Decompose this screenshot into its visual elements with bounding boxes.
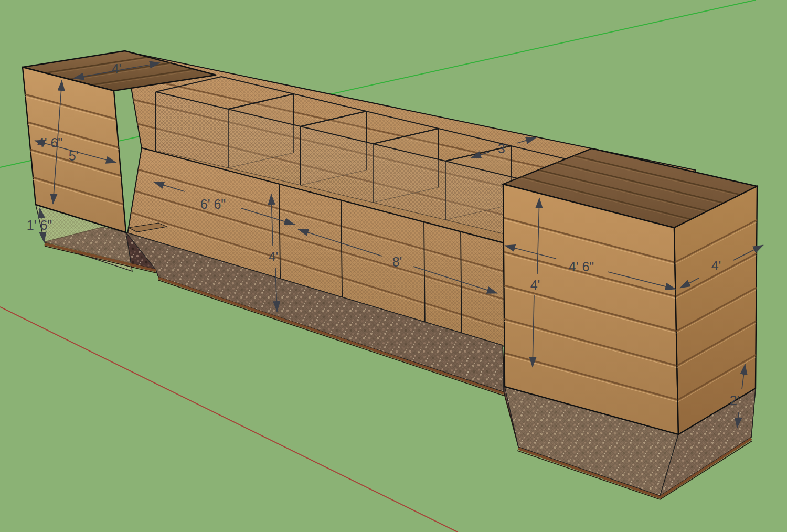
dim-label[interactable]: 1' 6" (27, 218, 52, 232)
dim-label[interactable]: 4' (269, 249, 279, 264)
dim-label[interactable]: 5' (69, 148, 79, 163)
dim-label[interactable]: 2' (730, 393, 740, 408)
dim-label[interactable]: 4' (711, 258, 721, 273)
dim-label[interactable]: 8' (392, 254, 402, 269)
dim-label[interactable]: 4' 6" (569, 259, 594, 274)
dim-label[interactable]: 3' (498, 141, 508, 156)
scene-canvas[interactable]: 4' 4' 6" 5' 1' 6" 6' 6" 4' 8' (0, 0, 787, 532)
model-viewport[interactable]: 4' 4' 6" 5' 1' 6" 6' 6" 4' 8' (0, 0, 787, 532)
dim-label[interactable]: 4' (112, 61, 122, 76)
dim-label[interactable]: 4' (530, 278, 540, 292)
right-planter-box[interactable] (503, 148, 757, 434)
dim-label[interactable]: 6' 6" (200, 197, 226, 211)
